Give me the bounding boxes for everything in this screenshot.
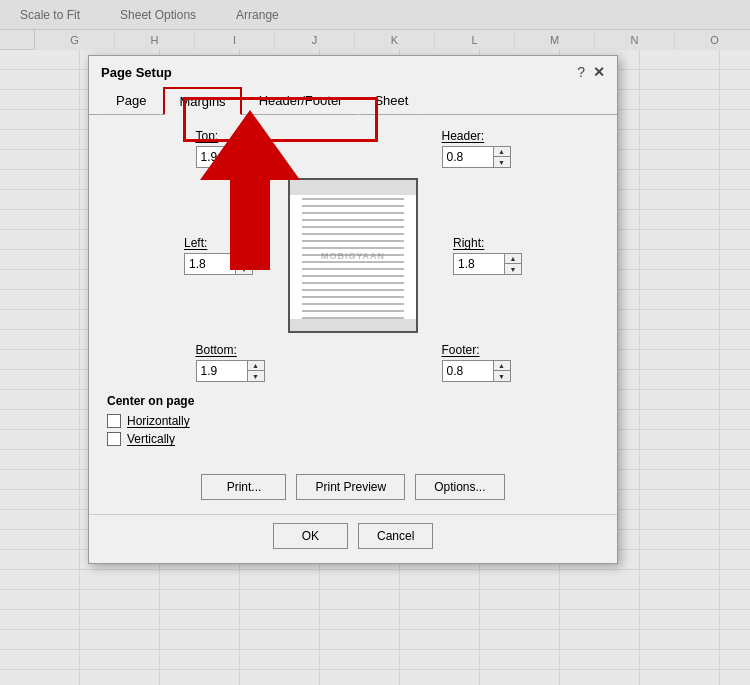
center-on-page-title: Center on page	[107, 394, 599, 408]
center-section: Left: ▲ ▼ MOBIGY	[107, 178, 599, 333]
right-margin-input[interactable]	[454, 255, 504, 273]
top-margin-row: Top: ▲ ▼ Header:	[107, 129, 599, 168]
footer-margin-up[interactable]: ▲	[494, 361, 510, 371]
vertically-label: Vertically	[127, 432, 175, 446]
close-icon[interactable]: ✕	[593, 64, 605, 80]
tab-sheet[interactable]: Sheet	[359, 87, 423, 115]
options-button[interactable]: Options...	[415, 474, 504, 500]
bottom-margin-field: Bottom: ▲ ▼	[196, 343, 265, 382]
vertically-row: Vertically	[107, 432, 599, 446]
ok-cancel-row: OK Cancel	[89, 514, 617, 563]
cancel-button[interactable]: Cancel	[358, 523, 433, 549]
margins-layout: Top: ▲ ▼ Header:	[107, 129, 599, 450]
dialog-title: Page Setup	[101, 65, 172, 80]
bottom-margin-spinner: ▲ ▼	[196, 360, 265, 382]
preview-footer	[290, 319, 416, 331]
bottom-margin-up[interactable]: ▲	[248, 361, 264, 371]
print-button[interactable]: Print...	[201, 474, 286, 500]
bottom-margin-buttons: ▲ ▼	[247, 361, 264, 381]
tab-page[interactable]: Page	[101, 87, 161, 115]
red-arrow-icon	[195, 110, 305, 270]
vertically-checkbox[interactable]	[107, 432, 121, 446]
dialog-controls: ? ✕	[577, 64, 605, 80]
bottom-margin-down[interactable]: ▼	[248, 371, 264, 381]
print-preview-button[interactable]: Print Preview	[296, 474, 405, 500]
dialog-titlebar: Page Setup ? ✕	[89, 56, 617, 86]
footer-margin-spinner: ▲ ▼	[442, 360, 511, 382]
right-margin-down[interactable]: ▼	[505, 264, 521, 274]
footer-margin-input[interactable]	[443, 362, 493, 380]
footer-margin-field: Footer: ▲ ▼	[442, 343, 511, 382]
footer-margin-buttons: ▲ ▼	[493, 361, 510, 381]
right-margin-up[interactable]: ▲	[505, 254, 521, 264]
bottom-margin-input[interactable]	[197, 362, 247, 380]
bottom-margin-row: Bottom: ▲ ▼ Footer:	[107, 343, 599, 382]
center-on-page: Center on page Horizontally Vertically	[107, 394, 599, 450]
footer-margin-down[interactable]: ▼	[494, 371, 510, 381]
ok-button[interactable]: OK	[273, 523, 348, 549]
header-margin-spinner: ▲ ▼	[442, 146, 511, 168]
tabs-container: Page Margins Header/Footer Sheet	[89, 86, 617, 115]
help-icon[interactable]: ?	[577, 64, 585, 80]
header-margin-input[interactable]	[443, 148, 493, 166]
header-margin-down[interactable]: ▼	[494, 157, 510, 167]
watermark: MOBIGYAAN	[321, 251, 385, 261]
right-margin-field: Right: ▲ ▼	[453, 236, 522, 275]
dialog-content: Top: ▲ ▼ Header:	[89, 115, 617, 464]
right-margin-buttons: ▲ ▼	[504, 254, 521, 274]
bottom-margin-label: Bottom:	[196, 343, 237, 357]
horizontally-checkbox[interactable]	[107, 414, 121, 428]
horizontally-row: Horizontally	[107, 414, 599, 428]
header-margin-container: Header: ▲ ▼	[353, 129, 599, 168]
page-preview: MOBIGYAAN	[288, 178, 418, 333]
horizontally-label: Horizontally	[127, 414, 190, 428]
action-buttons-row: Print... Print Preview Options...	[89, 464, 617, 514]
header-margin-field: Header: ▲ ▼	[442, 129, 511, 168]
footer-margin-container: Footer: ▲ ▼	[442, 343, 511, 382]
bottom-margin-container: Bottom: ▲ ▼	[196, 343, 265, 382]
svg-marker-0	[200, 110, 300, 270]
header-margin-label: Header:	[442, 129, 485, 143]
preview-header	[290, 180, 416, 195]
header-margin-up[interactable]: ▲	[494, 147, 510, 157]
right-margin-label: Right:	[453, 236, 484, 250]
page-setup-dialog: Page Setup ? ✕ Page Margins Header/Foote…	[88, 55, 618, 564]
right-margin-spinner: ▲ ▼	[453, 253, 522, 275]
header-margin-buttons: ▲ ▼	[493, 147, 510, 167]
footer-margin-label: Footer:	[442, 343, 480, 357]
